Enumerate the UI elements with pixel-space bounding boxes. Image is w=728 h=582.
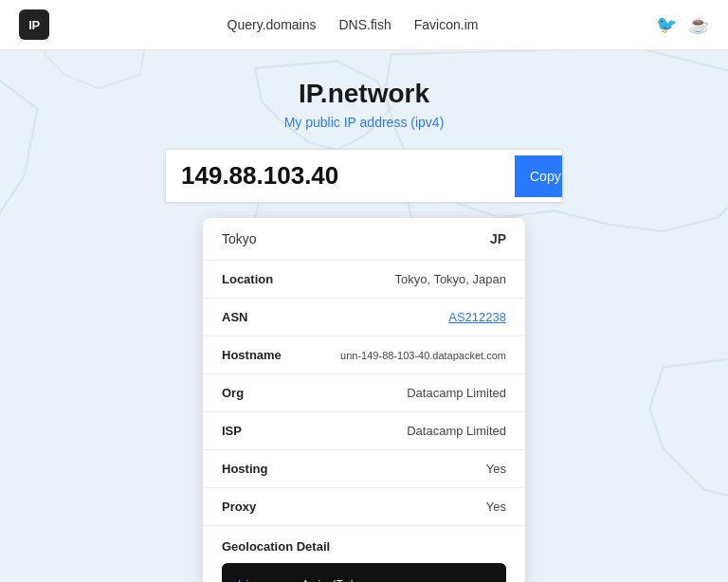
logo[interactable]: IP [19,9,49,40]
geo-title: Geolocation Detail [222,539,506,554]
nav-dns-fish[interactable]: DNS.fish [338,17,391,32]
proxy-value: Yes [486,500,506,514]
main-nav: Query.domains DNS.fish Favicon.im [228,17,479,32]
info-row-asn: ASN AS212238 [203,299,525,336]
card-header: Tokyo JP [203,218,525,261]
hosting-value: Yes [486,462,506,476]
geo-key-timezone: timezone: [237,576,299,582]
hostname-value: unn-149-88-103-40.datapacket.com [340,350,506,361]
coffee-icon[interactable]: ☕ [688,14,709,35]
org-label: Org [222,386,244,400]
card-country-code: JP [490,231,506,246]
geo-val-timezone: Asia/Tokyo [302,576,371,582]
location-value: Tokyo, Tokyo, Japan [394,272,506,286]
proxy-label: Proxy [222,500,256,514]
ip-search-bar: Copy Search [165,149,563,203]
info-row-org: Org Datacamp Limited [203,374,525,412]
isp-label: ISP [222,424,242,438]
info-row-hostname: Hostname unn-149-88-103-40.datapacket.co… [203,336,525,374]
ip-input[interactable] [166,150,515,202]
location-label: Location [222,272,273,286]
card-city: Tokyo [222,231,257,246]
geo-line-timezone: timezone: Asia/Tokyo [237,576,491,582]
info-row-location: Location Tokyo, Tokyo, Japan [203,261,525,299]
info-row-isp: ISP Datacamp Limited [203,412,525,450]
twitter-icon[interactable]: 🐦 [656,14,677,35]
main-content: IP.network My public IP address (ipv4) C… [0,50,728,582]
org-value: Datacamp Limited [407,386,506,400]
asn-value[interactable]: AS212238 [448,310,506,324]
info-card: Tokyo JP Location Tokyo, Tokyo, Japan AS… [203,218,525,582]
info-row-proxy: Proxy Yes [203,488,525,526]
hostname-label: Hostname [222,348,282,362]
header: IP Query.domains DNS.fish Favicon.im 🐦 ☕ [0,0,728,50]
hosting-label: Hosting [222,462,267,476]
isp-value: Datacamp Limited [407,424,506,438]
header-icons: 🐦 ☕ [656,14,709,35]
nav-query-domains[interactable]: Query.domains [228,17,317,32]
page-subtitle: My public IP address (ipv4) [284,115,445,130]
geo-section: Geolocation Detail timezone: Asia/Tokyo … [203,526,525,582]
asn-label: ASN [222,310,247,324]
copy-button[interactable]: Copy [515,155,563,197]
geo-code-block: timezone: Asia/Tokyo latitude: 35.6893 l… [222,563,506,582]
nav-favicon-im[interactable]: Favicon.im [414,17,479,32]
page-title: IP.network [299,79,429,109]
info-row-hosting: Hosting Yes [203,450,525,488]
